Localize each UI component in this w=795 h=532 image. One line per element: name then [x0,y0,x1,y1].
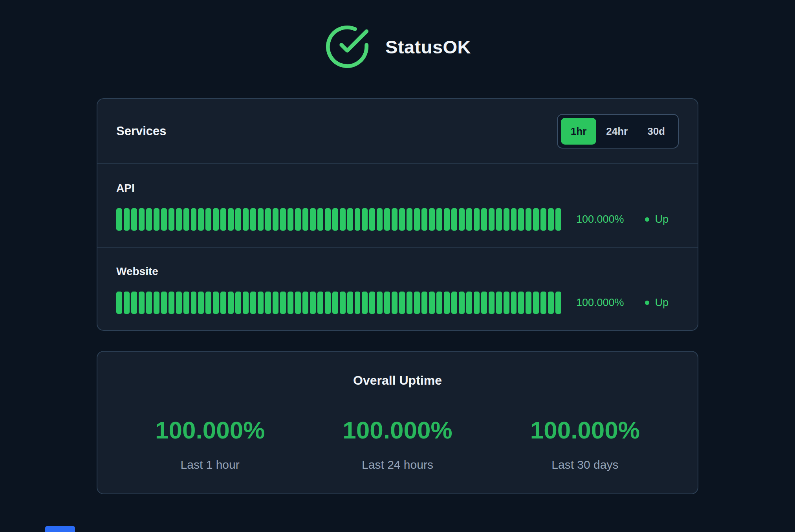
uptime-bar [459,208,465,231]
uptime-bar [362,208,368,231]
service-row-website: Website 100.000% Up [97,247,698,330]
uptime-bar [496,208,502,231]
stat-value: 100.000% [116,418,304,442]
uptime-bar [295,292,301,314]
uptime-bar [459,292,465,314]
uptime-bar [340,292,346,314]
check-circle-icon [324,24,370,70]
uptime-bar [451,208,457,231]
uptime-bar [302,208,308,231]
uptime-bar [421,292,427,314]
uptime-bar [399,208,405,231]
uptime-bar-strip [116,208,561,231]
uptime-bar [228,208,234,231]
uptime-bar [139,208,145,231]
uptime-bar [347,208,353,231]
uptime-bar [161,292,167,314]
uptime-bar [526,208,531,231]
uptime-bar [258,292,264,314]
uptime-bar [243,292,249,314]
uptime-bar [220,292,226,314]
uptime-bar [548,208,554,231]
uptime-bar [444,208,450,231]
overall-uptime-title: Overall Uptime [116,374,679,387]
status-badge: Up [645,213,669,226]
uptime-bar [362,292,368,314]
uptime-bar [288,208,293,231]
uptime-bar [124,292,130,314]
uptime-bar [377,208,383,231]
uptime-bar [310,208,316,231]
uptime-bar [295,208,301,231]
uptime-bar [533,292,539,314]
uptime-bar [154,208,159,231]
uptime-bar [347,292,353,314]
uptime-bar [258,208,264,231]
stat-last-30-days: 100.000% Last 30 days [491,418,679,471]
time-range-button-30d[interactable]: 30d [637,118,675,145]
time-range-toggle: 1hr 24hr 30d [557,114,679,149]
uptime-bar [504,292,509,314]
page-header: StatusOK [0,0,795,70]
uptime-bar [198,292,204,314]
status-dot-icon [645,301,649,305]
uptime-bar [481,208,487,231]
uptime-bar [191,208,197,231]
uptime-bar [526,292,531,314]
uptime-bar [407,292,412,314]
uptime-bar [474,292,480,314]
uptime-bar [392,208,398,231]
uptime-bar [421,208,427,231]
uptime-bar [213,292,219,314]
uptime-bar [548,292,554,314]
uptime-bar [489,208,495,231]
uptime-bar [205,292,211,314]
uptime-bar [399,292,405,314]
service-uptime-line: 100.000% Up [116,208,679,231]
page-title: StatusOK [385,36,471,58]
uptime-bar [332,292,338,314]
uptime-bar [436,292,442,314]
uptime-bar [474,208,480,231]
uptime-bar [518,292,524,314]
uptime-bar [533,208,539,231]
uptime-bar [340,208,346,231]
status-label: Up [655,213,669,226]
uptime-bar [176,292,182,314]
service-row-api: API 100.000% Up [97,164,698,247]
time-range-button-1hr[interactable]: 1hr [561,118,596,145]
uptime-bar [518,208,524,231]
partial-blue-element[interactable] [45,526,75,532]
uptime-bar [250,292,256,314]
stat-label: Last 24 hours [304,459,491,471]
uptime-bar [191,292,197,314]
uptime-bar [540,208,546,231]
uptime-bar [205,208,211,231]
uptime-bar [243,208,249,231]
main-content: Services 1hr 24hr 30d API 100.000% Up We… [97,98,698,494]
uptime-bar [429,208,435,231]
services-card: Services 1hr 24hr 30d API 100.000% Up We… [97,98,698,331]
uptime-percentage: 100.000% [576,213,624,226]
uptime-bar [116,208,122,231]
uptime-bar [198,208,204,231]
uptime-bar [451,292,457,314]
uptime-bar [481,292,487,314]
uptime-bar [407,208,412,231]
overall-uptime-card: Overall Uptime 100.000% Last 1 hour 100.… [97,351,698,494]
uptime-bar [355,208,361,231]
uptime-bar [183,208,189,231]
uptime-bar [154,292,159,314]
uptime-bar [183,292,189,314]
uptime-bar [511,292,517,314]
uptime-bar [213,208,219,231]
uptime-bar [555,208,561,231]
uptime-bar [414,208,420,231]
uptime-bar [139,292,145,314]
stat-value: 100.000% [491,418,679,442]
uptime-bar [273,292,278,314]
time-range-button-24hr[interactable]: 24hr [596,118,637,145]
uptime-bar [288,292,293,314]
services-title: Services [116,124,167,138]
uptime-bar [377,292,383,314]
